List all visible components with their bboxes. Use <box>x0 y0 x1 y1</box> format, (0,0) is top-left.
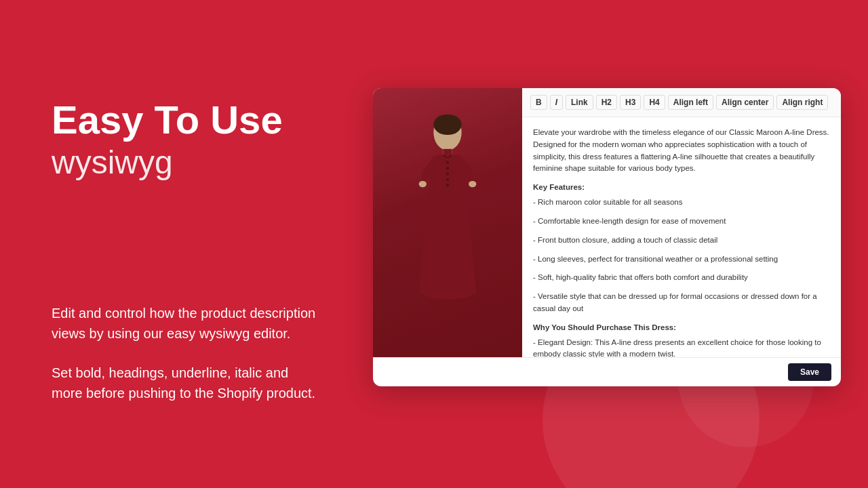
svg-point-6 <box>446 166 450 169</box>
description-2: Set bold, headings, underline, italic an… <box>52 363 323 403</box>
svg-point-9 <box>446 184 450 187</box>
toolbar-h3[interactable]: H3 <box>620 95 641 110</box>
left-panel: Easy To Use wysiwyg Edit and control how… <box>52 0 350 488</box>
toolbar-align-right[interactable]: Align right <box>776 95 828 110</box>
editor-why-title: Why You Should Purchase This Dress: <box>533 322 830 334</box>
toolbar: B I Link H2 H3 H4 Align left Align cente… <box>522 88 841 117</box>
toolbar-align-center[interactable]: Align center <box>716 95 774 110</box>
editor-intro: Elevate your wardrobe with the timeless … <box>533 127 830 175</box>
editor-panel: B I Link H2 H3 H4 Align left Align cente… <box>373 88 841 386</box>
why-list: - Elegant Design: This A-line dress pres… <box>533 337 830 357</box>
svg-point-7 <box>446 172 450 176</box>
save-button[interactable]: Save <box>788 363 831 381</box>
toolbar-bold[interactable]: B <box>530 95 547 110</box>
toolbar-link[interactable]: Link <box>566 95 593 110</box>
svg-point-3 <box>419 180 427 186</box>
key-feature-item: - Long sleeves, perfect for transitional… <box>533 253 830 266</box>
svg-point-8 <box>446 178 450 181</box>
toolbar-h2[interactable]: H2 <box>596 95 617 110</box>
product-image <box>373 88 522 357</box>
heading-sub: wysiwyg <box>52 144 350 181</box>
product-image-figure <box>373 88 522 357</box>
heading-main: Easy To Use <box>52 98 350 142</box>
editor-footer: Save <box>373 357 841 386</box>
toolbar-italic[interactable]: I <box>550 95 563 110</box>
description-1: Edit and control how the product descrip… <box>52 303 323 344</box>
editor-text-area[interactable]: Elevate your wardrobe with the timeless … <box>522 117 841 357</box>
key-feature-item: - Versatile style that can be dressed up… <box>533 291 830 315</box>
key-feature-item: - Soft, high-quality fabric that offers … <box>533 272 830 284</box>
key-feature-item: - Front button closure, adding a touch o… <box>533 235 830 247</box>
svg-point-5 <box>446 161 450 164</box>
key-feature-item: - Rich maroon color suitable for all sea… <box>533 197 830 209</box>
dress-svg <box>393 115 502 331</box>
key-feature-item: - Comfortable knee-length design for eas… <box>533 216 830 228</box>
toolbar-align-left[interactable]: Align left <box>668 95 713 110</box>
editor-content: B I Link H2 H3 H4 Align left Align cente… <box>522 88 841 357</box>
key-features-list: - Rich maroon color suitable for all sea… <box>533 197 830 315</box>
toolbar-h4[interactable]: H4 <box>644 95 665 110</box>
editor-key-features-title: Key Features: <box>533 182 830 194</box>
svg-point-4 <box>469 180 476 186</box>
why-item: - Elegant Design: This A-line dress pres… <box>533 337 830 357</box>
